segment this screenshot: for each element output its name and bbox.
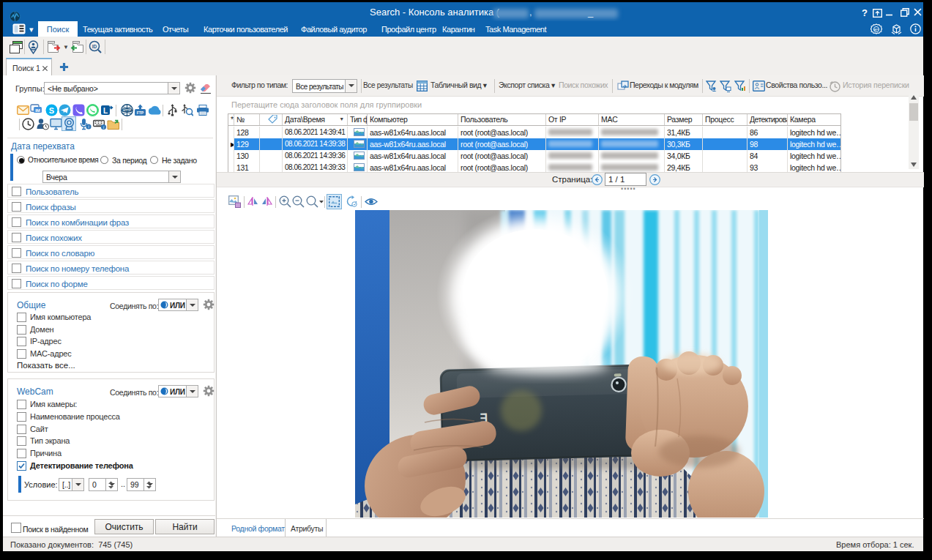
svg-text:HTTP: HTTP: [123, 108, 131, 112]
svg-text:L: L: [103, 107, 108, 115]
svg-text:ID: ID: [92, 44, 97, 49]
svg-text:IM: IM: [35, 108, 40, 113]
svg-text:FTP: FTP: [137, 111, 144, 115]
svg-text:API: API: [874, 28, 879, 31]
svg-text:S: S: [49, 106, 54, 115]
